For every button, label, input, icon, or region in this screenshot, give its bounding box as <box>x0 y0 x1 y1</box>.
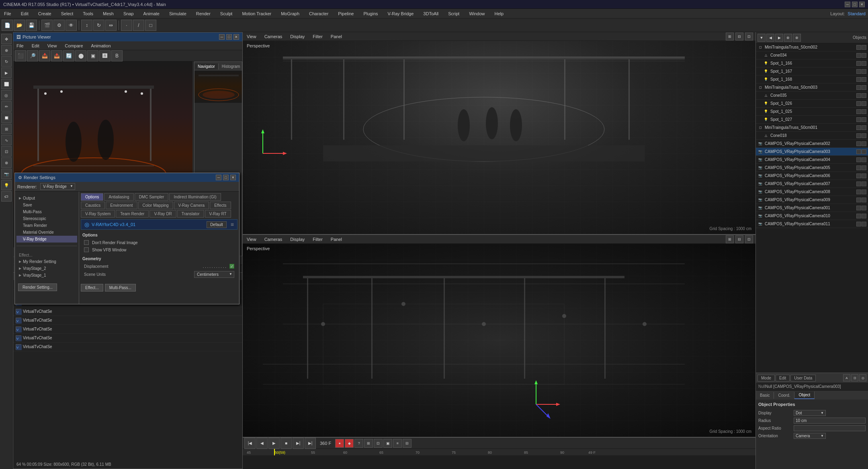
object-list-item[interactable]: 📷 CAMPOS_VRayPhysicalCamera011 <box>756 220 868 228</box>
vp-top-btn3[interactable]: ⊡ <box>745 33 753 41</box>
obj-visibility-icon[interactable] <box>856 206 861 210</box>
object-list-item[interactable]: 📷 CAMPOS_VRayPhysicalCamera010 <box>756 212 868 220</box>
obj-visibility-icon[interactable] <box>856 93 861 98</box>
pv-menu-view[interactable]: View <box>46 43 59 49</box>
tl-end-btn[interactable]: ▶| <box>305 438 316 449</box>
obj-render-icon[interactable] <box>862 117 866 122</box>
object-list-item[interactable]: 📷 CAMPOS_VRayPhysicalCamera005 <box>756 164 868 172</box>
toolbar-render-settings[interactable]: ⚙ <box>53 20 65 31</box>
tl-key-btn2[interactable]: ◆ <box>345 439 354 448</box>
pv-tool9[interactable]: B <box>111 50 123 61</box>
obj-render-icon[interactable] <box>862 93 866 98</box>
obj-render-icon[interactable] <box>862 214 866 218</box>
object-list-item[interactable]: △ Cone035 <box>756 92 868 100</box>
rs-tab-system[interactable]: V-Ray System <box>81 210 115 218</box>
vp-bot-panel[interactable]: Panel <box>329 236 344 243</box>
vp-top-cameras[interactable]: Cameras <box>263 33 284 40</box>
sidebar-camera[interactable]: 📷 <box>1 169 12 179</box>
sidebar-scale[interactable]: ⊕ <box>1 45 12 55</box>
pv-menu-animation[interactable]: Animation <box>90 43 113 49</box>
object-list-item[interactable]: 💡 Spot_1_167 <box>756 67 868 75</box>
rs-vray-stage2[interactable]: ▶ VrayStage_2 <box>16 265 77 272</box>
tab-mode[interactable]: Mode <box>757 375 775 381</box>
pv-tool2[interactable]: 🔎 <box>27 50 38 61</box>
vp-bot-display[interactable]: Display <box>289 236 306 243</box>
rs-render-setting-btn[interactable]: Render Setting... <box>18 283 57 291</box>
object-list-item[interactable]: 📷 CAMPOS_VRayPhysicalCamera006 <box>756 172 868 180</box>
obj-render-icon[interactable] <box>862 181 866 186</box>
obj-visibility-icon[interactable] <box>856 85 861 90</box>
tab-edit[interactable]: Edit <box>776 375 790 381</box>
menu-window[interactable]: Window <box>467 10 486 17</box>
rs-tab-camera[interactable]: V-Ray Camera <box>174 202 209 209</box>
rs-tab-effects[interactable]: Effects <box>210 202 231 209</box>
obj-render-icon[interactable] <box>862 101 866 106</box>
tl-help-btn[interactable]: ? <box>354 439 363 448</box>
timeline-track[interactable]: 45 50(59) 55 60 65 70 75 80 85 90 49 F <box>243 449 755 469</box>
obj-render-icon[interactable] <box>862 173 866 178</box>
obj-render-icon[interactable] <box>862 69 866 74</box>
obj-render-icon[interactable] <box>862 165 866 170</box>
rs-displacement-checkbox[interactable]: ✓ <box>229 264 234 269</box>
obj-render-icon[interactable] <box>862 198 866 202</box>
maximize-button[interactable]: □ <box>852 2 858 7</box>
vp-bot-btn1[interactable]: ⊞ <box>726 235 734 243</box>
rs-minimize[interactable]: ─ <box>216 175 221 180</box>
pv-tool6[interactable]: ⬤ <box>75 50 86 61</box>
rp-tool4[interactable]: ⊕ <box>784 34 792 42</box>
obj-render-icon[interactable] <box>862 85 866 90</box>
rs-my-render[interactable]: ▶ My Render Setting <box>16 258 77 265</box>
sidebar-tool6[interactable]: ⊞ <box>1 124 12 134</box>
vp-top-view[interactable]: View <box>245 33 258 40</box>
menu-render[interactable]: Render <box>194 10 212 17</box>
vp-top-panel[interactable]: Panel <box>329 33 344 40</box>
obj-visibility-icon[interactable] <box>856 77 861 82</box>
menu-select[interactable]: Select <box>59 10 75 17</box>
rs-tab-color[interactable]: Color Mapping <box>138 202 173 209</box>
rs-material-override[interactable]: Material Override <box>16 229 77 236</box>
sidebar-light[interactable]: 💡 <box>1 180 12 190</box>
menu-create[interactable]: Create <box>37 10 53 17</box>
obj-visibility-icon[interactable] <box>856 133 861 138</box>
rp-mode-btn3[interactable]: ◎ <box>859 374 866 381</box>
tl-mode-btn1[interactable]: ⊞ <box>364 439 373 448</box>
pv-maximize[interactable]: □ <box>226 34 232 40</box>
pv-menu-edit[interactable]: Edit <box>30 43 41 49</box>
rs-maximize[interactable]: □ <box>223 175 229 180</box>
tl-start-btn[interactable]: |◀ <box>244 438 256 449</box>
menu-file[interactable]: File <box>2 10 13 17</box>
rs-menu-icon[interactable]: ≡ <box>231 221 234 228</box>
menu-character[interactable]: Character <box>307 10 330 17</box>
rs-vray-bridge[interactable]: V-Ray Bridge <box>16 236 77 243</box>
object-list-item[interactable]: 💡 Spot_1_027 <box>756 116 868 124</box>
history-item[interactable]: V VirtualTvChatSe <box>13 334 242 343</box>
object-list-item[interactable]: ◻ MiniTraingulaTruss_50cm003 <box>756 84 868 92</box>
toolbar-new[interactable]: 📄 <box>2 20 13 31</box>
tl-keyframe-btn[interactable]: ● <box>335 439 344 448</box>
menu-help[interactable]: Help <box>493 10 506 17</box>
obj-render-icon[interactable] <box>862 141 866 146</box>
sidebar-tool2[interactable]: ⬜ <box>1 79 12 89</box>
toolbar-points[interactable]: · <box>121 20 132 31</box>
obj-visibility-icon[interactable] <box>856 117 861 122</box>
viewport-bottom-canvas[interactable]: Perspective Grid Spacing : 1000 cm <box>243 244 755 437</box>
toolbar-open[interactable]: 📂 <box>14 20 25 31</box>
rs-tab-caustics[interactable]: Caustics <box>81 202 105 209</box>
pv-tool4[interactable]: 📤 <box>51 50 62 61</box>
menu-tools[interactable]: Tools <box>81 10 95 17</box>
prop-radius-input[interactable] <box>794 418 866 424</box>
menu-vray-bridge[interactable]: V-Ray Bridge <box>386 10 416 17</box>
obj-visibility-icon[interactable] <box>856 61 861 66</box>
rs-output[interactable]: ▶ Output <box>16 195 77 202</box>
rs-effect-btn[interactable]: Effect... <box>81 284 103 292</box>
obj-render-icon[interactable] <box>862 206 866 210</box>
rs-tab-options[interactable]: Options <box>81 193 103 201</box>
object-list-item[interactable]: 📷 CAMPOS_VRayPhysicalCamera009 <box>756 196 868 204</box>
rs-tab-antialiasing[interactable]: Antialiasing <box>104 193 133 201</box>
rs-show-vfb-checkbox[interactable] <box>84 247 89 252</box>
minimize-button[interactable]: ─ <box>845 2 850 7</box>
tab-navigator[interactable]: Navigator <box>194 63 219 69</box>
history-item[interactable]: V VirtualTvChatSe <box>13 316 242 325</box>
rs-no-final-checkbox[interactable] <box>84 240 89 245</box>
obj-render-icon[interactable] <box>862 157 866 162</box>
